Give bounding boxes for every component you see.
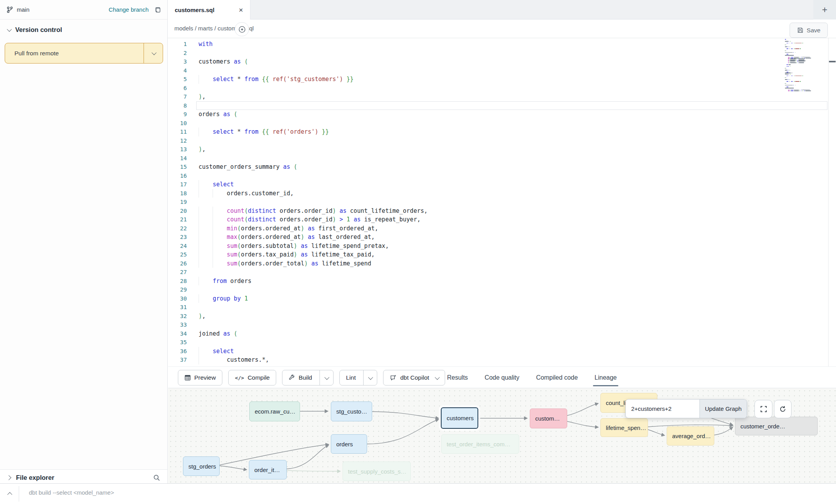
code-line-5: 5 select * from {{ ref('stg_customers') … (168, 75, 836, 84)
chevron-right-icon (6, 475, 11, 480)
save-label: Save (807, 27, 820, 34)
code-line-1: 1with (168, 40, 836, 49)
compile-button[interactable]: </> Compile (228, 370, 276, 386)
chat-sparkle-icon (390, 374, 397, 381)
editor-tab-strip: customers.sql × + (168, 0, 836, 19)
branch-bar: main Change branch (0, 0, 167, 19)
code-line-34: 34joined as ( (168, 329, 836, 338)
close-icon[interactable]: × (239, 6, 243, 14)
editor-scrollbar[interactable] (828, 38, 829, 366)
edge-stg_customers-to-customers (372, 412, 438, 418)
code-editor[interactable]: 1with23customers as (45 select * from {{… (168, 38, 836, 366)
node-label: lifetime_spen… (606, 424, 646, 431)
preview-label: Preview (194, 374, 216, 381)
breadcrumb-row: models / marts / customers.sql Save (168, 19, 836, 38)
search-icon[interactable] (153, 474, 160, 481)
code-line-17: 17 select (168, 180, 836, 189)
code-line-30: 30 group by 1 (168, 294, 836, 303)
code-line-11: 11 select * from {{ ref('orders') }} (168, 127, 836, 136)
lineage-node-ecom_raw_customers[interactable]: ecom.raw_cu… (249, 401, 300, 421)
pull-from-remote-button[interactable]: Pull from remote (5, 43, 163, 64)
lineage-panel[interactable]: ecom.raw_cu…stg_custo…customersordersstg… (168, 388, 836, 483)
chevron-down-icon (151, 50, 156, 55)
build-options-dropdown[interactable] (319, 370, 333, 385)
lineage-node-customer_orders[interactable]: customer_orde… (735, 417, 818, 435)
chevron-down-icon (435, 376, 438, 380)
bottom-toolbar: Preview </> Compile Build Lint (168, 366, 836, 388)
node-label: order_it… (254, 467, 280, 473)
code-line-9: 9orders as ( (168, 110, 836, 119)
fullscreen-button[interactable] (754, 400, 772, 418)
node-label: test_supply_costs_s… (348, 468, 406, 475)
node-label: stg_custo… (336, 408, 367, 415)
tab-results[interactable]: Results (447, 367, 468, 388)
wrench-icon (289, 375, 295, 381)
tab-customers-sql[interactable]: customers.sql × (168, 0, 250, 20)
lineage-node-stg_customers[interactable]: stg_custo… (331, 401, 372, 421)
lineage-node-lifetime_spend[interactable]: lifetime_spen… (600, 418, 648, 437)
code-line-31: 31 (168, 303, 836, 312)
code-line-22: 22 min(orders.ordered_at) as first_order… (168, 224, 836, 233)
code-line-32: 32), (168, 312, 836, 321)
tab-lineage[interactable]: Lineage (595, 367, 617, 388)
node-label: ecom.raw_cu… (255, 408, 295, 415)
tab-code-quality[interactable]: Code quality (485, 367, 519, 388)
minimap[interactable] (784, 39, 816, 94)
node-label: test_order_items_com… (447, 441, 510, 447)
node-label: average_ord… (672, 433, 711, 439)
lineage-node-order_items[interactable]: order_it… (249, 460, 287, 479)
file-explorer-title: File explorer (16, 474, 54, 481)
change-branch-link[interactable]: Change branch (108, 6, 149, 13)
lineage-node-stg_orders[interactable]: stg_orders (183, 456, 220, 476)
pull-from-remote-label: Pull from remote (5, 50, 59, 57)
node-label: customer_orde… (740, 423, 785, 430)
dbt-copilot-button[interactable]: dbt Copilot (383, 370, 445, 386)
version-control-title: Version control (15, 26, 62, 34)
dbt-ide-window: main Change branch Version control Pull … (0, 0, 836, 504)
code-line-24: 24 sum(orders.subtotal) as lifetime_spen… (168, 242, 836, 251)
copilot-badge-icon[interactable] (235, 22, 249, 36)
edge-average_order-to-customer_orders (714, 427, 733, 435)
code-line-10: 10 (168, 119, 836, 128)
pull-options-dropdown[interactable] (144, 43, 163, 63)
code-line-16: 16 (168, 172, 836, 180)
edge-stg_orders-to-order_items (220, 466, 247, 470)
update-graph-button[interactable]: Update Graph (699, 400, 747, 418)
code-line-13: 13), (168, 145, 836, 154)
scrollbar-marker (829, 61, 836, 62)
new-tab-button[interactable]: + (813, 0, 836, 19)
code-line-27: 27 (168, 268, 836, 277)
version-control-header[interactable]: Version control (0, 22, 167, 37)
save-icon (797, 27, 804, 34)
code-line-36: 36 select (168, 347, 836, 356)
expand-command-bar-button[interactable] (5, 488, 16, 499)
tab-compiled-code[interactable]: Compiled code (536, 367, 578, 388)
code-line-4: 4 (168, 66, 836, 75)
lineage-node-customers_semantic[interactable]: custom… (530, 409, 567, 428)
code-line-12: 12 (168, 136, 836, 145)
lineage-node-test_order_items[interactable]: test_order_items_com… (441, 434, 519, 454)
lineage-node-orders[interactable]: orders (331, 434, 367, 454)
lint-button[interactable]: Lint (339, 370, 377, 386)
build-button[interactable]: Build (282, 370, 333, 386)
refresh-button[interactable] (774, 400, 792, 418)
lint-options-dropdown[interactable] (363, 370, 377, 385)
code-line-35: 35 (168, 338, 836, 347)
lineage-search-input[interactable] (626, 400, 699, 418)
branch-name: main (17, 6, 30, 13)
save-button[interactable]: Save (790, 23, 828, 38)
node-label: stg_orders (188, 463, 216, 470)
build-label: Build (298, 374, 312, 381)
preview-button[interactable]: Preview (178, 370, 222, 386)
lineage-node-average_order[interactable]: average_ord… (667, 426, 714, 446)
code-line-2: 2 (168, 49, 836, 58)
code-lines: 1with23customers as (45 select * from {{… (168, 40, 836, 364)
lineage-node-customers[interactable]: customers (441, 407, 478, 429)
edge-customers_semantic-to-count_lifetime_orders (567, 403, 598, 416)
edge-orders-to-customers (367, 419, 438, 444)
copy-icon[interactable] (154, 6, 161, 13)
code-line-28: 28 from orders (168, 277, 836, 286)
code-line-23: 23 max(orders.ordered_at) as last_ordere… (168, 233, 836, 242)
lineage-node-test_supply_costs[interactable]: test_supply_costs_s… (343, 462, 411, 481)
command-input[interactable]: dbt build --select <model_name> (29, 489, 380, 496)
